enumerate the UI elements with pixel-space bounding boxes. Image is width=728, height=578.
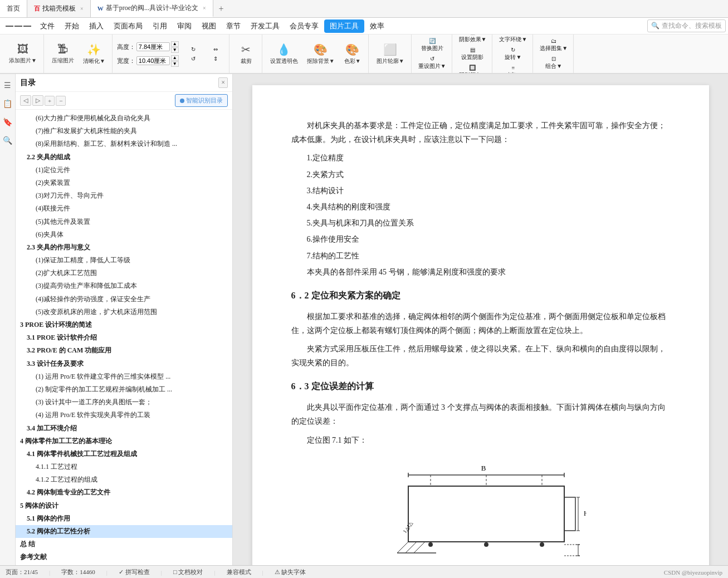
menu-vip[interactable]: 会员专享 [285,20,323,32]
menu-chapter[interactable]: 章节 [222,20,245,32]
toc-item[interactable]: 5.2 阀体的工艺性分析 [16,525,232,538]
toc-item[interactable]: 3.4 加工环境介绍 [16,422,232,435]
toc-item[interactable]: (3)提高劳动生产率和降低加工成本 [16,280,232,292]
toc-item[interactable]: 3 PROE 设计环境的简述 [16,319,232,331]
toc-item[interactable]: 2.2 夹具的组成 [16,151,232,164]
smart-identify-button[interactable]: 智能识别目录 [175,94,228,107]
menu-developer[interactable]: 开发工具 [246,20,284,32]
toc-item[interactable]: 4.1.1 工艺过程 [16,461,232,473]
toc-item[interactable]: (7)推广和发展扩大机床性能的夹具 [16,125,232,138]
toc-item[interactable]: (2)扩大机床工艺范围 [16,267,232,280]
reset-image-button[interactable]: ↺ 重设图片▼ [416,55,448,71]
color-button[interactable]: 🎨 色彩▼ [340,41,365,67]
toc-item[interactable]: 5 阀体的设计 [16,499,232,512]
sidebar-icon-search[interactable]: 🔍 [1,134,14,148]
new-tab-button[interactable]: + [213,0,229,17]
toc-item[interactable]: (2)夹紧装置 [16,177,232,189]
toc-item[interactable]: (6)大力推广和便用机械化及自动化夹具 [16,112,232,125]
width-up[interactable]: ▲ [171,55,179,61]
select-image-button[interactable]: 🗂 选择图集▼ [538,37,570,53]
toc-item[interactable]: 3.3 设计任务及要求 [16,357,232,370]
toc-item[interactable]: 4.1.2 工艺过程的组成 [16,473,232,486]
toc-item[interactable]: (6)夹具体 [16,228,232,241]
height-input[interactable] [136,42,170,51]
toc-item[interactable]: (3)对刀元件、导向元件 [16,189,232,202]
menu-page-layout[interactable]: 页面布局 [109,20,147,32]
toc-item[interactable]: (1)保证加工精度，降低人工等级 [16,254,232,267]
menu-efficiency[interactable]: 效率 [365,20,389,32]
tab-document[interactable]: W 基于proe的阀...具设计-毕业论文 × [91,0,213,17]
toc-item[interactable]: 致 谢 [16,564,232,565]
sidebar-icon-bookmark[interactable]: 🔖 [1,115,14,129]
toc-item[interactable]: 3.2 PRO/E 的 CAM 功能应用 [16,344,232,357]
width-input[interactable] [136,56,170,65]
nav-forward-button[interactable]: ▷ [32,95,43,106]
nav-collapse-button[interactable]: − [56,96,66,106]
add-image-button[interactable]: 🖼 添加图片▼ [6,41,40,67]
font-missing[interactable]: ⚠ 缺失字体 [275,568,306,576]
toc-item[interactable]: 2.3 夹具的作用与意义 [16,241,232,254]
toc-item[interactable]: 4.1 阀体零件机械技工工艺过程及组成 [16,448,232,461]
menu-insert[interactable]: 插入 [85,20,108,32]
menu-start[interactable]: 开始 [60,20,84,32]
rotate-cw-button[interactable]: ↻ [183,45,203,53]
clear-image-button[interactable]: ✨ 清晰化▼ [80,41,109,67]
sidebar-close-button[interactable]: × [218,77,228,88]
nav-back-button[interactable]: ◁ [20,95,31,106]
shadow-color-button[interactable]: 🔲 阴影颜色▼ [457,63,489,74]
width-down[interactable]: ▼ [171,61,179,67]
close-tab-document[interactable]: × [203,5,206,11]
toc-item[interactable]: 3.1 PROE 设计软件介绍 [16,331,232,344]
toc-item[interactable]: (4)减轻操作的劳动强度，保证安全生产 [16,293,232,306]
toc-item[interactable]: (3) 设计其中一道工序的夹具图纸一套； [16,396,232,409]
set-shadow-button[interactable]: ▤ 设置阴影 [457,46,489,62]
align-button[interactable]: ≡ 对齐▼ [497,63,529,74]
toc-item[interactable]: (1) 运用 Pro/E 软件建立零件的三维实体模型 ... [16,370,232,383]
section-63-para1: 此夹具以平面作定位基准，两个面通过 3 个支撑点与阀体的表面相接触。下面计算阀体… [291,400,670,428]
text-wrap-button[interactable]: ⊞ 文字环绕▼ [497,35,529,45]
flip-v-button[interactable]: ⇕ [206,55,226,63]
doc-compare[interactable]: □ 文档校对 [173,568,203,576]
ribbon-group-replace: 🔄 替换图片 ↺ 重设图片▼ [413,35,452,73]
shadow-effect-button[interactable]: ▣ 阴影效果▼ [457,35,489,45]
sidebar-icon-pages[interactable]: 📋 [1,97,14,111]
tab-template[interactable]: 百 找箱壳模板 × [27,0,91,17]
menu-view[interactable]: 视图 [197,20,221,32]
tab-home[interactable]: 首页 [0,0,27,17]
toc-item[interactable]: (5)改变原机床的用途，扩大机床适用范围 [16,306,232,319]
remove-bg-button[interactable]: 🎨 抠除背景▼ [304,41,338,67]
toc-item[interactable]: (1)定位元件 [16,164,232,177]
toc-item[interactable]: (8)采用新结构、新工艺、新材料来设计和制造 ... [16,138,232,150]
toc-item[interactable]: 总 结 [16,538,232,551]
close-tab-template[interactable]: × [80,6,84,12]
toc-item[interactable]: (2) 制定零件的加工工艺规程并编制机械加工 ... [16,383,232,396]
crop-button[interactable]: ✂ 裁剪 [234,41,258,67]
flip-h-button[interactable]: ⇔ [206,45,226,53]
height-down[interactable]: ▼ [171,47,179,53]
toc-item[interactable]: (4)联接元件 [16,202,232,215]
menu-search-box[interactable]: 🔍 查找命令、搜索模板 [647,19,726,32]
group-button[interactable]: ⊡ 组合▼ [538,55,570,71]
compress-image-button[interactable]: 🗜 压缩图片 [48,41,77,67]
toc-item[interactable]: 5.1 阀体的作用 [16,512,232,525]
image-wheel-button[interactable]: ⬜ 图片轮廓▼ [373,41,408,67]
sidebar-icon-menu[interactable]: ☰ [2,79,13,92]
rotate-ccw-button[interactable]: ↺ [183,55,203,63]
spell-check[interactable]: ✓ 拼写检查 [119,568,150,576]
toc-item[interactable]: 4 阀体零件加工工艺的基本理论 [16,435,232,448]
menu-review[interactable]: 审阅 [173,20,196,32]
nav-expand-button[interactable]: + [45,96,55,106]
hamburger-menu[interactable] [2,23,35,28]
menu-file[interactable]: 文件 [36,20,59,32]
height-up[interactable]: ▲ [171,41,179,47]
rotate-btn[interactable]: ↻ 旋转▼ [497,46,529,62]
toc-item[interactable]: (4) 运用 Pro/E 软件实现夹具零件的工装 [16,409,232,422]
toc-item[interactable]: 参考文献 [16,551,232,564]
set-transparent-button[interactable]: 💧 设置透明色 [267,41,301,67]
replace-image-button[interactable]: 🔄 替换图片 [416,37,448,53]
doc-area[interactable]: 对机床夹具的基本要求是：工件定位正确，定位精度满足加工要求，工件夹紧牢固可靠，操… [233,74,728,565]
menu-reference[interactable]: 引用 [148,20,172,32]
toc-item[interactable]: 4.2 阀体制造专业的工艺文件 [16,486,232,499]
toc-item[interactable]: (5)其他元件及装置 [16,215,232,228]
menu-image-tool[interactable]: 图片工具 [324,19,364,33]
